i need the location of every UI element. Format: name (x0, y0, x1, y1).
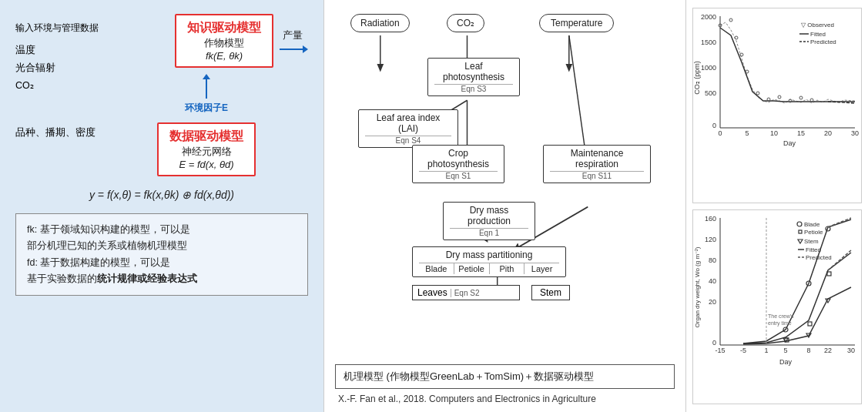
svg-text:15: 15 (797, 129, 805, 137)
svg-point-26 (729, 18, 732, 22)
flow-leaf-photo: Leaf photosynthesis Eqn S3 (427, 58, 520, 96)
svg-text:2000: 2000 (701, 13, 716, 21)
svg-marker-74 (798, 239, 803, 243)
data-model-formula: E = fd(x, θd) (169, 159, 243, 170)
svg-text:30: 30 (847, 347, 855, 354)
env-label: 环境因子E (185, 102, 228, 115)
svg-text:8: 8 (806, 347, 810, 354)
flow-dry-part: Dry mass partitioning Blade Petiole Pith… (412, 246, 566, 277)
svg-text:Blade: Blade (804, 221, 820, 228)
svg-text:1000: 1000 (701, 64, 716, 72)
knowledge-model-formula: fk(E, θk) (187, 50, 261, 62)
input-light: 光合辐射 (15, 62, 99, 75)
svg-text:-15: -15 (715, 347, 725, 354)
svg-text:▽ Observed: ▽ Observed (801, 22, 834, 28)
data-model-title: 数据驱动模型 (169, 129, 243, 145)
knowledge-model-sub: 作物模型 (187, 36, 261, 50)
svg-text:500: 500 (705, 89, 716, 97)
bottom-explanation: fk: 基于领域知识构建的模型，可以是 部分机理已知的关系或植物机理模型 fd:… (15, 213, 308, 296)
explanation-line2: 部分机理已知的关系或植物机理模型 (27, 238, 297, 254)
svg-text:5: 5 (745, 129, 749, 137)
svg-text:160: 160 (705, 215, 716, 223)
svg-text:22: 22 (824, 347, 832, 354)
svg-point-32 (778, 95, 781, 99)
svg-text:Day: Day (779, 358, 793, 366)
svg-point-30 (756, 92, 759, 95)
svg-rect-63 (827, 272, 831, 276)
svg-text:Fitted: Fitted (810, 31, 826, 38)
flow-petiole: Petiole (454, 263, 490, 274)
svg-point-34 (799, 96, 803, 99)
flow-dry-mass: Dry mass production Eqn 1 (443, 202, 535, 240)
svg-text:0: 0 (718, 129, 722, 137)
svg-text:Organ dry weight, Wo (g m⁻²): Organ dry weight, Wo (g m⁻²) (694, 246, 701, 327)
explanation-line3: fd: 基于数据构建的模型，可以是 (27, 255, 297, 271)
svg-text:120: 120 (705, 236, 716, 243)
middle-panel: Radiation CO₂ Temperature Leaf photosynt… (323, 0, 685, 412)
flow-blade: Blade (419, 263, 454, 274)
flow-radiation: Radiation (350, 14, 410, 32)
flow-leaves-eqn: Eqn S2 (451, 289, 480, 297)
env-arrow-up (203, 74, 210, 99)
citation: X.-F. Fan et al., 2018. Computers and El… (335, 394, 675, 404)
svg-text:10: 10 (770, 129, 778, 137)
svg-text:20: 20 (824, 129, 832, 137)
svg-text:Fitted: Fitted (806, 246, 821, 253)
svg-text:30: 30 (851, 129, 859, 137)
svg-text:40: 40 (709, 277, 716, 285)
svg-point-27 (735, 36, 738, 39)
svg-text:1: 1 (764, 347, 768, 354)
svg-text:CO₂ (ppm): CO₂ (ppm) (693, 61, 701, 95)
flow-caption: 机理模型 (作物模型GreenLab＋TomSim)＋数据驱动模型 (335, 364, 675, 389)
svg-text:Petiole: Petiole (804, 229, 823, 236)
right-panel: 2000 1500 1000 500 0 CO₂ (ppm) 0 5 10 15… (685, 0, 868, 412)
right-models: 知识驱动模型 作物模型 fk(E, θk) 产量 环境因子E (105, 14, 308, 176)
svg-rect-62 (808, 322, 812, 326)
flow-co2: CO₂ (447, 14, 484, 32)
svg-rect-72 (799, 230, 802, 233)
svg-text:5: 5 (783, 347, 787, 354)
svg-text:0: 0 (712, 122, 716, 129)
input-variety: 品种、播期、密度 (15, 126, 99, 139)
output-arrow (280, 45, 308, 53)
main-equation: y = f(x,θ) = fk(x,θk) ⊕ fd(x,θd)) (15, 184, 308, 206)
svg-text:Predicted: Predicted (810, 39, 836, 45)
svg-text:20: 20 (709, 298, 716, 306)
data-model-box: 数据驱动模型 神经元网络 E = fd(x, θd) (157, 122, 256, 176)
svg-text:1500: 1500 (701, 39, 716, 46)
organ-chart-svg: 160 120 80 40 20 0 Organ dry weight, Wo … (693, 210, 863, 380)
data-model-sub: 神经元网络 (169, 145, 243, 159)
svg-point-28 (740, 53, 743, 56)
svg-text:-5: -5 (740, 347, 746, 354)
svg-text:Day: Day (783, 139, 796, 147)
flow-layer: Layer (524, 263, 559, 274)
left-panel: 输入环境与管理数据 温度 光合辐射 CO₂ 品种、播期、密度 知识驱动模型 作物… (0, 0, 323, 412)
input-temp: 温度 (15, 44, 99, 57)
explanation-line4: 基于实验数据的统计规律或经验表达式 (27, 271, 297, 287)
input-co2: CO₂ (15, 79, 99, 91)
flow-crop-photo: Crop photosynthesis Eqn S1 (412, 145, 504, 183)
explanation-line1: fk: 基于领域知识构建的模型，可以是 (27, 222, 297, 238)
input-env-label: 输入环境与管理数据 (15, 22, 99, 35)
svg-text:0: 0 (712, 339, 716, 347)
svg-text:entry time: entry time (768, 320, 792, 327)
input-labels: 输入环境与管理数据 温度 光合辐射 CO₂ 品种、播期、密度 (15, 14, 99, 139)
svg-point-70 (797, 222, 802, 226)
co2-chart-svg: 2000 1500 1000 500 0 CO₂ (ppm) 0 5 10 15… (693, 8, 863, 147)
flow-maint-resp: Maintenance respiration Eqn S11 (543, 145, 651, 183)
svg-text:Stem: Stem (804, 238, 819, 245)
co2-chart: 2000 1500 1000 500 0 CO₂ (ppm) 0 5 10 15… (692, 8, 862, 203)
flow-leaves: Leaves Eqn S2 (412, 285, 520, 300)
knowledge-model-box: 知识驱动模型 作物模型 fk(E, θk) (175, 14, 273, 68)
model-section: 输入环境与管理数据 温度 光合辐射 CO₂ 品种、播期、密度 知识驱动模型 作物… (15, 14, 308, 176)
svg-text:The crew's: The crew's (768, 313, 794, 319)
flow-diagram: Radiation CO₂ Temperature Leaf photosynt… (335, 8, 675, 360)
flow-lai: Leaf area index (LAI) Eqn S4 (358, 109, 458, 148)
organ-chart: 160 120 80 40 20 0 Organ dry weight, Wo … (692, 209, 862, 405)
flow-stem: Stem (531, 285, 570, 300)
svg-text:Predicted: Predicted (806, 254, 832, 261)
svg-text:80: 80 (709, 256, 716, 264)
flow-pith: Pith (490, 263, 525, 274)
output-label: 产量 (283, 28, 303, 42)
flow-temperature: Temperature (539, 14, 614, 32)
